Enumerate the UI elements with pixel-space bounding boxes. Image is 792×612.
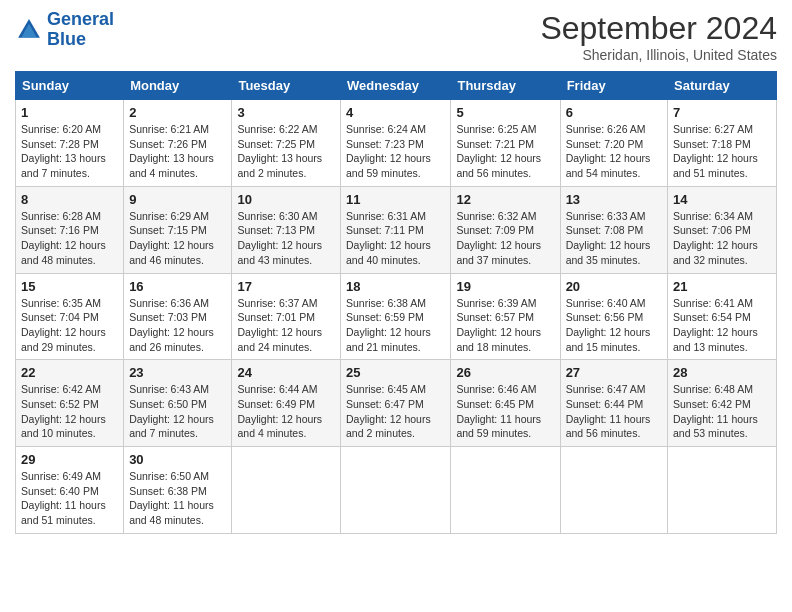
day-info: Sunrise: 6:33 AMSunset: 7:08 PMDaylight:… <box>566 209 662 268</box>
calendar-cell: 28Sunrise: 6:48 AMSunset: 6:42 PMDayligh… <box>668 360 777 447</box>
day-number: 12 <box>456 192 554 207</box>
calendar-cell: 6Sunrise: 6:26 AMSunset: 7:20 PMDaylight… <box>560 100 667 187</box>
day-number: 28 <box>673 365 771 380</box>
day-info: Sunrise: 6:43 AMSunset: 6:50 PMDaylight:… <box>129 382 226 441</box>
logo-text: General Blue <box>47 10 114 50</box>
day-number: 5 <box>456 105 554 120</box>
day-number: 20 <box>566 279 662 294</box>
calendar-cell: 19Sunrise: 6:39 AMSunset: 6:57 PMDayligh… <box>451 273 560 360</box>
calendar-cell: 18Sunrise: 6:38 AMSunset: 6:59 PMDayligh… <box>341 273 451 360</box>
calendar-body: 1Sunrise: 6:20 AMSunset: 7:28 PMDaylight… <box>16 100 777 534</box>
day-info: Sunrise: 6:46 AMSunset: 6:45 PMDaylight:… <box>456 382 554 441</box>
day-number: 22 <box>21 365 118 380</box>
day-info: Sunrise: 6:25 AMSunset: 7:21 PMDaylight:… <box>456 122 554 181</box>
day-number: 1 <box>21 105 118 120</box>
day-number: 4 <box>346 105 445 120</box>
day-info: Sunrise: 6:37 AMSunset: 7:01 PMDaylight:… <box>237 296 335 355</box>
day-info: Sunrise: 6:31 AMSunset: 7:11 PMDaylight:… <box>346 209 445 268</box>
calendar-cell: 9Sunrise: 6:29 AMSunset: 7:15 PMDaylight… <box>124 186 232 273</box>
calendar-cell: 17Sunrise: 6:37 AMSunset: 7:01 PMDayligh… <box>232 273 341 360</box>
day-info: Sunrise: 6:22 AMSunset: 7:25 PMDaylight:… <box>237 122 335 181</box>
calendar-table: SundayMondayTuesdayWednesdayThursdayFrid… <box>15 71 777 534</box>
calendar-cell <box>560 447 667 534</box>
day-info: Sunrise: 6:44 AMSunset: 6:49 PMDaylight:… <box>237 382 335 441</box>
day-info: Sunrise: 6:32 AMSunset: 7:09 PMDaylight:… <box>456 209 554 268</box>
calendar-cell: 20Sunrise: 6:40 AMSunset: 6:56 PMDayligh… <box>560 273 667 360</box>
day-number: 18 <box>346 279 445 294</box>
month-title: September 2024 <box>540 10 777 47</box>
calendar-cell: 15Sunrise: 6:35 AMSunset: 7:04 PMDayligh… <box>16 273 124 360</box>
day-number: 29 <box>21 452 118 467</box>
weekday-row: SundayMondayTuesdayWednesdayThursdayFrid… <box>16 72 777 100</box>
page-header: General Blue September 2024 Sheridan, Il… <box>15 10 777 63</box>
day-info: Sunrise: 6:41 AMSunset: 6:54 PMDaylight:… <box>673 296 771 355</box>
week-row-2: 8Sunrise: 6:28 AMSunset: 7:16 PMDaylight… <box>16 186 777 273</box>
calendar-cell <box>668 447 777 534</box>
calendar-cell: 25Sunrise: 6:45 AMSunset: 6:47 PMDayligh… <box>341 360 451 447</box>
title-block: September 2024 Sheridan, Illinois, Unite… <box>540 10 777 63</box>
day-number: 23 <box>129 365 226 380</box>
day-info: Sunrise: 6:40 AMSunset: 6:56 PMDaylight:… <box>566 296 662 355</box>
weekday-header-saturday: Saturday <box>668 72 777 100</box>
day-info: Sunrise: 6:45 AMSunset: 6:47 PMDaylight:… <box>346 382 445 441</box>
day-number: 8 <box>21 192 118 207</box>
logo-icon <box>15 16 43 44</box>
weekday-header-monday: Monday <box>124 72 232 100</box>
day-info: Sunrise: 6:49 AMSunset: 6:40 PMDaylight:… <box>21 469 118 528</box>
day-info: Sunrise: 6:21 AMSunset: 7:26 PMDaylight:… <box>129 122 226 181</box>
day-info: Sunrise: 6:29 AMSunset: 7:15 PMDaylight:… <box>129 209 226 268</box>
weekday-header-sunday: Sunday <box>16 72 124 100</box>
weekday-header-thursday: Thursday <box>451 72 560 100</box>
calendar-cell: 5Sunrise: 6:25 AMSunset: 7:21 PMDaylight… <box>451 100 560 187</box>
calendar-cell: 3Sunrise: 6:22 AMSunset: 7:25 PMDaylight… <box>232 100 341 187</box>
calendar-cell <box>341 447 451 534</box>
day-info: Sunrise: 6:20 AMSunset: 7:28 PMDaylight:… <box>21 122 118 181</box>
day-number: 7 <box>673 105 771 120</box>
calendar-cell: 10Sunrise: 6:30 AMSunset: 7:13 PMDayligh… <box>232 186 341 273</box>
day-number: 26 <box>456 365 554 380</box>
day-number: 15 <box>21 279 118 294</box>
calendar-cell: 14Sunrise: 6:34 AMSunset: 7:06 PMDayligh… <box>668 186 777 273</box>
weekday-header-wednesday: Wednesday <box>341 72 451 100</box>
day-info: Sunrise: 6:36 AMSunset: 7:03 PMDaylight:… <box>129 296 226 355</box>
logo: General Blue <box>15 10 114 50</box>
calendar-cell: 29Sunrise: 6:49 AMSunset: 6:40 PMDayligh… <box>16 447 124 534</box>
day-number: 30 <box>129 452 226 467</box>
day-number: 16 <box>129 279 226 294</box>
week-row-3: 15Sunrise: 6:35 AMSunset: 7:04 PMDayligh… <box>16 273 777 360</box>
day-info: Sunrise: 6:26 AMSunset: 7:20 PMDaylight:… <box>566 122 662 181</box>
day-info: Sunrise: 6:27 AMSunset: 7:18 PMDaylight:… <box>673 122 771 181</box>
day-info: Sunrise: 6:42 AMSunset: 6:52 PMDaylight:… <box>21 382 118 441</box>
logo-line1: General <box>47 9 114 29</box>
week-row-5: 29Sunrise: 6:49 AMSunset: 6:40 PMDayligh… <box>16 447 777 534</box>
calendar-cell: 1Sunrise: 6:20 AMSunset: 7:28 PMDaylight… <box>16 100 124 187</box>
day-number: 3 <box>237 105 335 120</box>
calendar-cell <box>232 447 341 534</box>
day-number: 6 <box>566 105 662 120</box>
calendar-cell: 11Sunrise: 6:31 AMSunset: 7:11 PMDayligh… <box>341 186 451 273</box>
calendar-cell: 4Sunrise: 6:24 AMSunset: 7:23 PMDaylight… <box>341 100 451 187</box>
day-info: Sunrise: 6:34 AMSunset: 7:06 PMDaylight:… <box>673 209 771 268</box>
day-number: 25 <box>346 365 445 380</box>
day-info: Sunrise: 6:30 AMSunset: 7:13 PMDaylight:… <box>237 209 335 268</box>
day-info: Sunrise: 6:47 AMSunset: 6:44 PMDaylight:… <box>566 382 662 441</box>
day-info: Sunrise: 6:39 AMSunset: 6:57 PMDaylight:… <box>456 296 554 355</box>
calendar-cell: 27Sunrise: 6:47 AMSunset: 6:44 PMDayligh… <box>560 360 667 447</box>
day-number: 13 <box>566 192 662 207</box>
calendar-cell <box>451 447 560 534</box>
day-info: Sunrise: 6:50 AMSunset: 6:38 PMDaylight:… <box>129 469 226 528</box>
week-row-1: 1Sunrise: 6:20 AMSunset: 7:28 PMDaylight… <box>16 100 777 187</box>
weekday-header-tuesday: Tuesday <box>232 72 341 100</box>
day-number: 9 <box>129 192 226 207</box>
day-info: Sunrise: 6:28 AMSunset: 7:16 PMDaylight:… <box>21 209 118 268</box>
day-number: 24 <box>237 365 335 380</box>
calendar-cell: 26Sunrise: 6:46 AMSunset: 6:45 PMDayligh… <box>451 360 560 447</box>
day-info: Sunrise: 6:24 AMSunset: 7:23 PMDaylight:… <box>346 122 445 181</box>
day-number: 21 <box>673 279 771 294</box>
day-number: 14 <box>673 192 771 207</box>
day-info: Sunrise: 6:48 AMSunset: 6:42 PMDaylight:… <box>673 382 771 441</box>
day-number: 17 <box>237 279 335 294</box>
calendar-cell: 2Sunrise: 6:21 AMSunset: 7:26 PMDaylight… <box>124 100 232 187</box>
day-number: 2 <box>129 105 226 120</box>
day-number: 10 <box>237 192 335 207</box>
